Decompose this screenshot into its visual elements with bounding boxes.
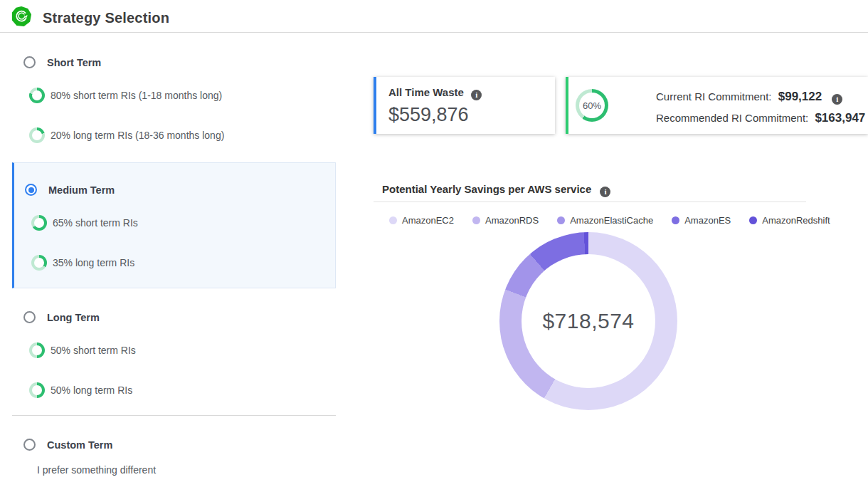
card-accent-bar — [374, 77, 376, 134]
strategy-label-custom-term[interactable]: Custom Term — [47, 439, 112, 451]
strategy-item-label: 35% long term RIs — [53, 257, 134, 268]
savings-donut-chart[interactable]: $718,574 — [499, 232, 677, 410]
strategy-item-label: 50% short term RIs — [51, 345, 136, 356]
info-icon[interactable]: i — [832, 94, 842, 105]
strategy-item-label: 20% long term RIs (18-36 months long) — [51, 130, 224, 141]
current-ri-value: $99,122 — [778, 90, 822, 103]
recommended-ri-label: Recommended RI Commitment: — [656, 112, 808, 124]
chart-title: Potential Yearly Savings per AWS service… — [382, 183, 610, 197]
legend-dot — [557, 216, 565, 224]
commitment-percent-label: 60% — [579, 93, 605, 118]
ri-commitment-card: 60% Current RI Commitment: $99,122 i Rec… — [566, 77, 868, 134]
donut-center-value: $718,574 — [542, 309, 634, 333]
legend-item-amazonredshift[interactable]: AmazonRedshift — [749, 215, 830, 226]
strategy-item-label: 65% short term RIs — [53, 217, 138, 229]
progress-ring-short-1 — [29, 88, 45, 103]
radio-medium-term[interactable] — [25, 184, 37, 196]
commitment-percent-ring: 60% — [576, 89, 608, 122]
waste-card-value: $559,876 — [388, 104, 469, 126]
all-time-waste-card: All Time Waste i $559,876 — [374, 77, 555, 134]
legend-dot — [389, 216, 397, 224]
progress-ring-long-2 — [29, 382, 45, 398]
custom-term-description: I prefer something different — [37, 464, 156, 476]
progress-ring-medium-2 — [31, 255, 47, 271]
strategy-label-medium-term[interactable]: Medium Term — [48, 184, 115, 196]
strategy-label-long-term[interactable]: Long Term — [47, 312, 100, 323]
legend-dot — [472, 216, 480, 224]
radio-long-term[interactable] — [23, 311, 36, 323]
info-icon[interactable]: i — [600, 187, 610, 197]
legend-item-amazones[interactable]: AmazonES — [672, 215, 731, 226]
current-ri-label: Current RI Commitment: — [656, 90, 772, 103]
card-accent-bar — [566, 77, 568, 134]
strategy-item-label: 80% short term RIs (1-18 months long) — [51, 90, 222, 101]
app-header: Strategy Selection — [0, 0, 868, 33]
radio-custom-term[interactable] — [23, 439, 36, 451]
legend-item-amazonelasticache[interactable]: AmazonElastiCache — [557, 215, 653, 226]
strategy-label-short-term[interactable]: Short Term — [47, 57, 101, 68]
strategy-item-label: 50% long term RIs — [51, 384, 132, 396]
donut-hole: $718,574 — [522, 254, 655, 388]
brand-logo-icon — [11, 6, 31, 26]
section-divider — [12, 415, 336, 416]
legend-dot — [672, 216, 679, 224]
page-title: Strategy Selection — [43, 10, 169, 26]
recommended-ri-value: $163,947 — [815, 111, 865, 125]
progress-ring-long-1 — [29, 342, 45, 358]
info-icon[interactable]: i — [471, 90, 482, 100]
legend-item-amazonrds[interactable]: AmazonRDS — [472, 215, 539, 226]
waste-card-title: All Time Waste — [388, 86, 464, 98]
legend-item-amazonec2[interactable]: AmazonEC2 — [389, 215, 454, 226]
chart-divider — [374, 201, 806, 202]
chart-legend: AmazonEC2 AmazonRDS AmazonElastiCache Am… — [389, 215, 830, 226]
radio-short-term[interactable] — [23, 56, 36, 68]
progress-ring-medium-1 — [31, 215, 47, 231]
legend-dot — [749, 216, 757, 224]
progress-ring-short-2 — [29, 127, 45, 143]
